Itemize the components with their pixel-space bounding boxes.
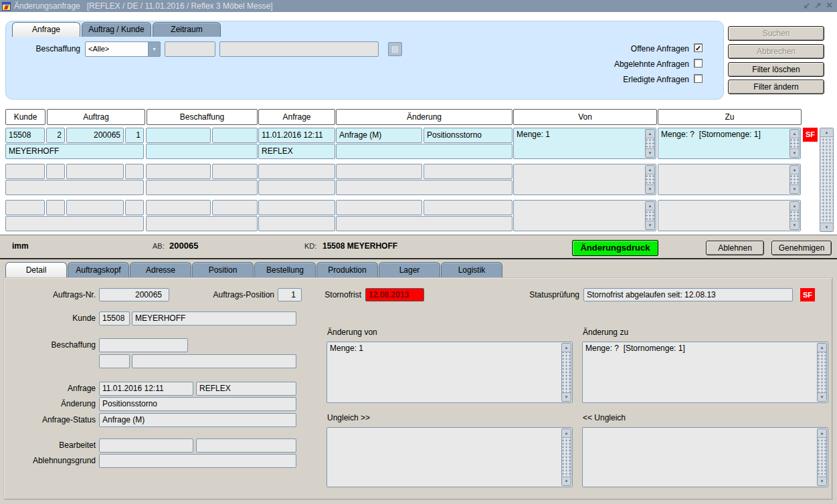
tab-produktion[interactable]: Produktion: [316, 262, 378, 277]
anfrage-quelle-field[interactable]: REFLEX: [196, 382, 296, 396]
bearbeitet-field-1[interactable]: [99, 438, 193, 453]
filter-loeschen-button[interactable]: Filter löschen: [728, 62, 824, 77]
aenderung-von-scrollbar[interactable]: ▲▼: [561, 343, 571, 402]
stornofrist-field[interactable]: 12.08.2013: [365, 288, 424, 301]
cell-empty[interactable]: [212, 164, 258, 179]
scroll-down-icon[interactable]: ▼: [790, 148, 799, 157]
cell-auftrag-nr[interactable]: 200065: [66, 128, 124, 143]
von-scrollbar[interactable]: ▲▼: [645, 129, 655, 158]
cell-kunde-nr[interactable]: 15508: [5, 128, 45, 143]
genehmigen-button[interactable]: Genehmigen: [771, 241, 832, 255]
scroll-down-icon[interactable]: ▼: [818, 477, 826, 485]
lov-button[interactable]: ▤: [388, 42, 402, 56]
abbrechen-button[interactable]: Abbrechen: [728, 44, 824, 59]
scroll-up-icon[interactable]: ▲: [790, 130, 799, 138]
cell-empty[interactable]: [146, 180, 258, 195]
beschaffung-select[interactable]: <Alle> ▼: [85, 41, 161, 57]
beschaffung-field-2[interactable]: [99, 354, 130, 368]
scrollbar-thumb[interactable]: [818, 438, 826, 477]
scrollbar-thumb[interactable]: [790, 211, 799, 221]
anfrage-datum-field[interactable]: 11.01.2016 12:11: [99, 382, 193, 396]
scrollbar-thumb[interactable]: [820, 137, 833, 223]
anfrage-status-field[interactable]: Anfrage (M): [99, 413, 296, 427]
cell-empty[interactable]: [212, 200, 258, 215]
cell-empty[interactable]: [146, 216, 258, 231]
cell-empty[interactable]: [66, 200, 124, 215]
cell-empty[interactable]: [336, 164, 422, 179]
tab-lager[interactable]: Lager: [379, 262, 440, 277]
scrollbar-thumb[interactable]: [818, 352, 826, 392]
cell-empty[interactable]: [125, 200, 144, 215]
cell-aenderung-art[interactable]: Positionsstorno: [424, 128, 513, 143]
scrollbar-thumb[interactable]: [790, 174, 799, 184]
cell-empty[interactable]: [66, 164, 124, 179]
zu-scrollbar[interactable]: ▲▼: [789, 201, 800, 230]
cell-empty[interactable]: [5, 200, 45, 215]
cell-empty[interactable]: [5, 180, 144, 195]
beschaffung-field-3[interactable]: [132, 354, 296, 368]
scroll-down-icon[interactable]: ▼: [646, 221, 654, 229]
beschaffung-code-field[interactable]: [165, 41, 215, 57]
scroll-up-icon[interactable]: ▲: [790, 202, 799, 211]
beschaffung-name-field[interactable]: [219, 41, 379, 57]
cell-empty[interactable]: [258, 200, 335, 215]
tab-auftrag-kunde[interactable]: Auftrag / Kunde: [82, 22, 151, 37]
scroll-up-icon[interactable]: ▲: [818, 429, 826, 438]
ungleich-von-textarea[interactable]: ▲▼: [327, 427, 573, 487]
cell-empty[interactable]: [46, 164, 65, 179]
cell-empty-von[interactable]: ▲▼: [513, 200, 656, 231]
tab-logistik[interactable]: Logistik: [441, 262, 502, 277]
tab-position[interactable]: Position: [192, 262, 254, 277]
cell-beschaffung-2[interactable]: [212, 128, 258, 143]
scroll-up-icon[interactable]: ▲: [818, 344, 826, 352]
kunde-name-field[interactable]: MEYERHOFF: [132, 311, 296, 326]
ablehnungsgrund-field[interactable]: [99, 454, 296, 468]
scroll-up-icon[interactable]: ▲: [562, 429, 571, 438]
scroll-up-icon[interactable]: ▲: [562, 344, 571, 352]
cell-empty[interactable]: [125, 164, 144, 179]
window-restore-icon[interactable]: ↗: [812, 1, 824, 10]
beschaffung-field-1[interactable]: [99, 338, 188, 352]
cell-beschaffung-1[interactable]: [146, 128, 211, 143]
scroll-up-icon[interactable]: ▲: [646, 202, 654, 211]
ungleich-zu-scrollbar[interactable]: ▲▼: [817, 428, 827, 486]
tab-adresse[interactable]: Adresse: [130, 262, 191, 277]
cell-empty[interactable]: [336, 200, 422, 215]
scroll-down-icon[interactable]: ▼: [820, 223, 833, 231]
cell-kunde-name[interactable]: MEYERHOFF: [5, 144, 144, 159]
tab-zeitraum[interactable]: Zeitraum: [153, 22, 221, 37]
checkbox-offene-anfragen[interactable]: ✓: [694, 43, 703, 52]
cell-empty-zu[interactable]: ▲▼: [658, 164, 801, 195]
scroll-down-icon[interactable]: ▼: [562, 392, 571, 401]
cell-kunde-zusatz[interactable]: 2: [46, 128, 65, 143]
scrollbar-thumb[interactable]: [646, 211, 654, 221]
scrollbar-thumb[interactable]: [562, 438, 571, 477]
tab-bestellung[interactable]: Bestellung: [254, 262, 316, 277]
scroll-up-icon[interactable]: ▲: [820, 128, 833, 137]
aenderungsdruck-button[interactable]: Änderungsdruck: [572, 240, 658, 256]
aenderung-zu-scrollbar[interactable]: ▲▼: [817, 343, 827, 402]
scrollbar-thumb[interactable]: [646, 174, 654, 184]
zu-scrollbar[interactable]: ▲▼: [789, 165, 800, 194]
cell-empty[interactable]: [5, 216, 144, 231]
checkbox-abgelehnte-anfragen[interactable]: [694, 59, 703, 68]
cell-empty[interactable]: [424, 164, 513, 179]
suchen-button[interactable]: Suchen: [728, 26, 824, 41]
aenderung-von-textarea[interactable]: Menge: 1 ▲▼: [327, 342, 573, 403]
cell-empty[interactable]: [336, 180, 513, 195]
ungleich-von-scrollbar[interactable]: ▲▼: [561, 428, 571, 486]
scroll-down-icon[interactable]: ▼: [646, 148, 654, 157]
cell-aenderung-text[interactable]: [336, 144, 513, 159]
cell-empty-zu[interactable]: ▲▼: [658, 200, 801, 231]
scroll-up-icon[interactable]: ▲: [646, 130, 654, 138]
cell-empty[interactable]: [146, 200, 211, 215]
cell-empty[interactable]: [336, 216, 513, 231]
scroll-down-icon[interactable]: ▼: [818, 392, 826, 401]
aenderung-field[interactable]: Positionsstorno: [99, 397, 296, 411]
tab-anfrage[interactable]: Anfrage: [12, 22, 80, 37]
kunde-nr-field[interactable]: 15508: [99, 311, 130, 326]
von-scrollbar[interactable]: ▲▼: [645, 201, 655, 230]
cell-empty[interactable]: [146, 164, 211, 179]
cell-anfrage-status[interactable]: Anfrage (M): [336, 128, 422, 143]
cell-empty[interactable]: [46, 200, 65, 215]
